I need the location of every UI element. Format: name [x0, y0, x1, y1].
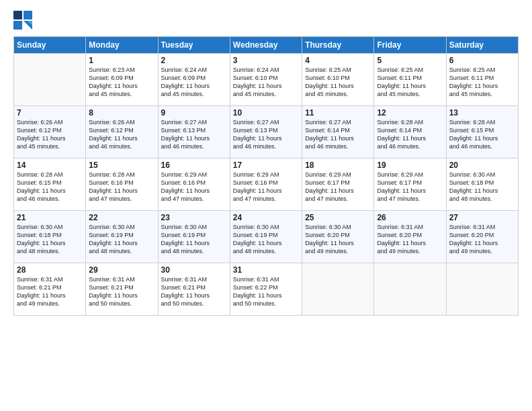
calendar-cell	[446, 263, 518, 316]
day-number: 16	[161, 161, 227, 170]
day-info: Sunrise: 6:27 AM Sunset: 6:13 PM Dayligh…	[233, 118, 299, 151]
day-info: Sunrise: 6:28 AM Sunset: 6:16 PM Dayligh…	[89, 171, 154, 203]
day-info: Sunrise: 6:31 AM Sunset: 6:20 PM Dayligh…	[377, 223, 443, 256]
calendar-cell: 20Sunrise: 6:30 AM Sunset: 6:18 PM Dayli…	[446, 158, 518, 211]
day-info: Sunrise: 6:30 AM Sunset: 6:18 PM Dayligh…	[17, 223, 83, 256]
day-number: 19	[377, 161, 443, 170]
day-number: 26	[377, 213, 443, 222]
day-number: 21	[17, 213, 83, 222]
calendar-cell: 11Sunrise: 6:27 AM Sunset: 6:14 PM Dayli…	[302, 106, 374, 158]
day-number: 22	[89, 213, 154, 222]
calendar-table: SundayMondayTuesdayWednesdayThursdayFrid…	[13, 36, 519, 316]
calendar-cell: 19Sunrise: 6:29 AM Sunset: 6:17 PM Dayli…	[374, 158, 446, 211]
calendar-cell: 24Sunrise: 6:30 AM Sunset: 6:19 PM Dayli…	[230, 211, 302, 263]
day-info: Sunrise: 6:27 AM Sunset: 6:14 PM Dayligh…	[305, 118, 371, 151]
day-number: 18	[305, 161, 371, 170]
calendar-cell: 3Sunrise: 6:24 AM Sunset: 6:10 PM Daylig…	[230, 54, 302, 106]
day-number: 9	[161, 108, 227, 118]
day-number: 4	[305, 56, 371, 65]
calendar-cell: 13Sunrise: 6:28 AM Sunset: 6:15 PM Dayli…	[446, 106, 518, 158]
week-row-4: 21Sunrise: 6:30 AM Sunset: 6:18 PM Dayli…	[14, 211, 519, 263]
calendar-cell: 5Sunrise: 6:25 AM Sunset: 6:11 PM Daylig…	[374, 54, 446, 106]
day-info: Sunrise: 6:31 AM Sunset: 6:20 PM Dayligh…	[449, 223, 515, 256]
calendar-cell: 26Sunrise: 6:31 AM Sunset: 6:20 PM Dayli…	[374, 211, 446, 263]
calendar-cell: 17Sunrise: 6:29 AM Sunset: 6:16 PM Dayli…	[230, 158, 302, 211]
calendar-cell	[14, 54, 86, 106]
weekday-header-monday: Monday	[86, 37, 158, 54]
svg-rect-0	[13, 11, 22, 19]
day-info: Sunrise: 6:30 AM Sunset: 6:19 PM Dayligh…	[89, 223, 154, 256]
day-number: 31	[233, 265, 299, 275]
calendar-cell: 16Sunrise: 6:29 AM Sunset: 6:16 PM Dayli…	[158, 158, 230, 211]
day-number: 13	[449, 108, 515, 118]
calendar-cell: 27Sunrise: 6:31 AM Sunset: 6:20 PM Dayli…	[446, 211, 518, 263]
week-row-2: 7Sunrise: 6:26 AM Sunset: 6:12 PM Daylig…	[14, 106, 519, 158]
calendar-cell: 1Sunrise: 6:23 AM Sunset: 6:09 PM Daylig…	[86, 54, 158, 106]
week-row-3: 14Sunrise: 6:28 AM Sunset: 6:15 PM Dayli…	[14, 158, 519, 211]
calendar-cell	[374, 263, 446, 316]
calendar-cell: 25Sunrise: 6:30 AM Sunset: 6:20 PM Dayli…	[302, 211, 374, 263]
day-info: Sunrise: 6:26 AM Sunset: 6:12 PM Dayligh…	[17, 118, 83, 151]
logo	[13, 11, 34, 30]
day-info: Sunrise: 6:28 AM Sunset: 6:14 PM Dayligh…	[377, 118, 443, 151]
day-number: 30	[161, 265, 227, 275]
day-number: 29	[89, 265, 154, 275]
day-info: Sunrise: 6:31 AM Sunset: 6:21 PM Dayligh…	[89, 275, 154, 308]
day-info: Sunrise: 6:30 AM Sunset: 6:19 PM Dayligh…	[161, 223, 227, 256]
day-info: Sunrise: 6:24 AM Sunset: 6:09 PM Dayligh…	[161, 66, 227, 99]
day-number: 23	[161, 213, 227, 222]
day-number: 2	[161, 56, 227, 65]
week-row-1: 1Sunrise: 6:23 AM Sunset: 6:09 PM Daylig…	[14, 54, 519, 106]
day-number: 1	[89, 56, 154, 65]
calendar-cell: 23Sunrise: 6:30 AM Sunset: 6:19 PM Dayli…	[158, 211, 230, 263]
day-info: Sunrise: 6:25 AM Sunset: 6:11 PM Dayligh…	[377, 66, 443, 99]
day-number: 11	[305, 108, 371, 118]
header	[13, 11, 519, 30]
calendar-cell: 6Sunrise: 6:25 AM Sunset: 6:11 PM Daylig…	[446, 54, 518, 106]
calendar-cell: 12Sunrise: 6:28 AM Sunset: 6:14 PM Dayli…	[374, 106, 446, 158]
calendar-cell: 29Sunrise: 6:31 AM Sunset: 6:21 PM Dayli…	[86, 263, 158, 316]
calendar-cell: 28Sunrise: 6:31 AM Sunset: 6:21 PM Dayli…	[14, 263, 86, 316]
day-number: 5	[377, 56, 443, 65]
day-number: 27	[449, 213, 515, 222]
day-number: 8	[89, 108, 154, 118]
calendar-cell: 2Sunrise: 6:24 AM Sunset: 6:09 PM Daylig…	[158, 54, 230, 106]
logo-icon	[13, 11, 32, 30]
day-info: Sunrise: 6:30 AM Sunset: 6:20 PM Dayligh…	[305, 223, 371, 256]
calendar-cell: 30Sunrise: 6:31 AM Sunset: 6:21 PM Dayli…	[158, 263, 230, 316]
day-number: 24	[233, 213, 299, 222]
day-number: 6	[449, 56, 515, 65]
calendar-cell: 8Sunrise: 6:26 AM Sunset: 6:12 PM Daylig…	[86, 106, 158, 158]
day-info: Sunrise: 6:25 AM Sunset: 6:11 PM Dayligh…	[449, 66, 515, 99]
svg-rect-2	[13, 21, 22, 30]
calendar-cell: 10Sunrise: 6:27 AM Sunset: 6:13 PM Dayli…	[230, 106, 302, 158]
day-info: Sunrise: 6:24 AM Sunset: 6:10 PM Dayligh…	[233, 66, 299, 99]
day-number: 15	[89, 161, 154, 170]
page: SundayMondayTuesdayWednesdayThursdayFrid…	[0, 0, 532, 411]
day-number: 3	[233, 56, 299, 65]
calendar-cell	[302, 263, 374, 316]
calendar-cell: 22Sunrise: 6:30 AM Sunset: 6:19 PM Dayli…	[86, 211, 158, 263]
calendar-cell: 7Sunrise: 6:26 AM Sunset: 6:12 PM Daylig…	[14, 106, 86, 158]
weekday-header-wednesday: Wednesday	[230, 37, 302, 54]
day-number: 25	[305, 213, 371, 222]
day-info: Sunrise: 6:26 AM Sunset: 6:12 PM Dayligh…	[89, 118, 154, 151]
day-info: Sunrise: 6:25 AM Sunset: 6:10 PM Dayligh…	[305, 66, 371, 99]
day-info: Sunrise: 6:30 AM Sunset: 6:18 PM Dayligh…	[449, 171, 515, 203]
calendar-cell: 15Sunrise: 6:28 AM Sunset: 6:16 PM Dayli…	[86, 158, 158, 211]
day-number: 14	[17, 161, 83, 170]
svg-rect-1	[24, 11, 32, 19]
weekday-header-tuesday: Tuesday	[158, 37, 230, 54]
weekday-header-thursday: Thursday	[302, 37, 374, 54]
day-info: Sunrise: 6:23 AM Sunset: 6:09 PM Dayligh…	[89, 66, 154, 99]
day-number: 10	[233, 108, 299, 118]
calendar-cell: 14Sunrise: 6:28 AM Sunset: 6:15 PM Dayli…	[14, 158, 86, 211]
day-info: Sunrise: 6:30 AM Sunset: 6:19 PM Dayligh…	[233, 223, 299, 256]
day-info: Sunrise: 6:29 AM Sunset: 6:17 PM Dayligh…	[305, 171, 371, 203]
weekday-header-friday: Friday	[374, 37, 446, 54]
calendar-cell: 9Sunrise: 6:27 AM Sunset: 6:13 PM Daylig…	[158, 106, 230, 158]
day-number: 17	[233, 161, 299, 170]
calendar-cell: 4Sunrise: 6:25 AM Sunset: 6:10 PM Daylig…	[302, 54, 374, 106]
day-info: Sunrise: 6:28 AM Sunset: 6:15 PM Dayligh…	[17, 171, 83, 203]
day-info: Sunrise: 6:29 AM Sunset: 6:16 PM Dayligh…	[233, 171, 299, 203]
